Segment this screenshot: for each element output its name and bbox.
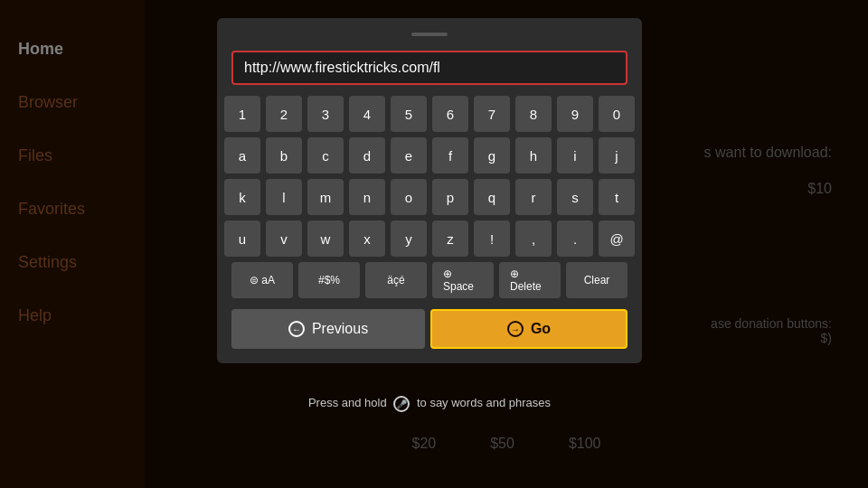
keyboard-row-kt: k l m n o p q r s t	[231, 179, 627, 215]
key-e[interactable]: e	[391, 137, 427, 174]
key-space[interactable]: ⊕ Space	[432, 262, 494, 298]
keyboard-row-numbers: 1 2 3 4 5 6 7 8 9 0	[231, 96, 627, 132]
key-caps[interactable]: ⊜ aA	[231, 262, 293, 298]
url-input-wrapper[interactable]	[231, 51, 627, 85]
key-y[interactable]: y	[391, 221, 427, 257]
key-v[interactable]: v	[266, 221, 302, 257]
key-5[interactable]: 5	[391, 96, 427, 132]
previous-circle-icon: ←	[288, 321, 305, 337]
keyboard-row-special: ⊜ aA #$% äçé ⊕ Space ⊕ Delete Clear	[231, 262, 627, 298]
previous-button[interactable]: ← Previous	[231, 309, 425, 349]
key-period[interactable]: .	[557, 221, 593, 257]
key-delete[interactable]: ⊕ Delete	[499, 262, 561, 298]
url-input[interactable]	[244, 60, 615, 76]
key-o[interactable]: o	[391, 179, 427, 215]
voice-hint-text2: to say words and phrases	[417, 396, 551, 409]
key-j[interactable]: j	[599, 137, 635, 174]
dialog-handle	[411, 33, 448, 36]
key-t[interactable]: t	[599, 179, 635, 215]
key-g[interactable]: g	[474, 137, 510, 174]
key-k[interactable]: k	[224, 179, 260, 215]
key-x[interactable]: x	[349, 221, 385, 257]
key-h[interactable]: h	[515, 137, 552, 174]
key-2[interactable]: 2	[266, 96, 302, 132]
keyboard: 1 2 3 4 5 6 7 8 9 0 a b c d e f g h i j …	[231, 96, 627, 298]
key-symbols[interactable]: #$%	[298, 262, 360, 298]
key-clear[interactable]: Clear	[566, 262, 627, 298]
mic-icon: 🎤	[393, 396, 410, 412]
key-u[interactable]: u	[224, 221, 260, 257]
previous-label: Previous	[312, 321, 368, 337]
key-q[interactable]: q	[474, 179, 510, 215]
key-d[interactable]: d	[349, 137, 385, 174]
key-z[interactable]: z	[432, 221, 468, 257]
keyboard-dialog: 1 2 3 4 5 6 7 8 9 0 a b c d e f g h i j …	[217, 18, 642, 363]
go-label: Go	[531, 321, 551, 337]
key-6[interactable]: 6	[432, 96, 468, 132]
key-m[interactable]: m	[307, 179, 344, 215]
key-at[interactable]: @	[599, 221, 635, 257]
key-n[interactable]: n	[349, 179, 385, 215]
key-c[interactable]: c	[307, 137, 344, 174]
action-row: ← Previous → Go	[231, 309, 627, 349]
key-exclaim[interactable]: !	[474, 221, 510, 257]
key-9[interactable]: 9	[557, 96, 593, 132]
key-4[interactable]: 4	[349, 96, 385, 132]
key-3[interactable]: 3	[307, 96, 344, 132]
voice-hint: Press and hold 🎤 to say words and phrase…	[217, 389, 642, 416]
key-r[interactable]: r	[515, 179, 552, 215]
key-b[interactable]: b	[266, 137, 302, 174]
keyboard-row-aj: a b c d e f g h i j	[231, 137, 627, 174]
key-l[interactable]: l	[266, 179, 302, 215]
key-1[interactable]: 1	[224, 96, 260, 132]
voice-hint-text1: Press and hold	[308, 396, 387, 409]
key-w[interactable]: w	[307, 221, 344, 257]
key-comma[interactable]: ,	[515, 221, 552, 257]
key-0[interactable]: 0	[599, 96, 635, 132]
key-8[interactable]: 8	[515, 96, 552, 132]
key-a[interactable]: a	[224, 137, 260, 174]
key-accents[interactable]: äçé	[365, 262, 427, 298]
key-7[interactable]: 7	[474, 96, 510, 132]
go-button[interactable]: → Go	[430, 309, 627, 349]
key-i[interactable]: i	[557, 137, 593, 174]
keyboard-row-uz: u v w x y z ! , . @	[231, 221, 627, 257]
key-p[interactable]: p	[432, 179, 468, 215]
key-f[interactable]: f	[432, 137, 468, 174]
key-s[interactable]: s	[557, 179, 593, 215]
go-circle-icon: →	[507, 321, 524, 337]
